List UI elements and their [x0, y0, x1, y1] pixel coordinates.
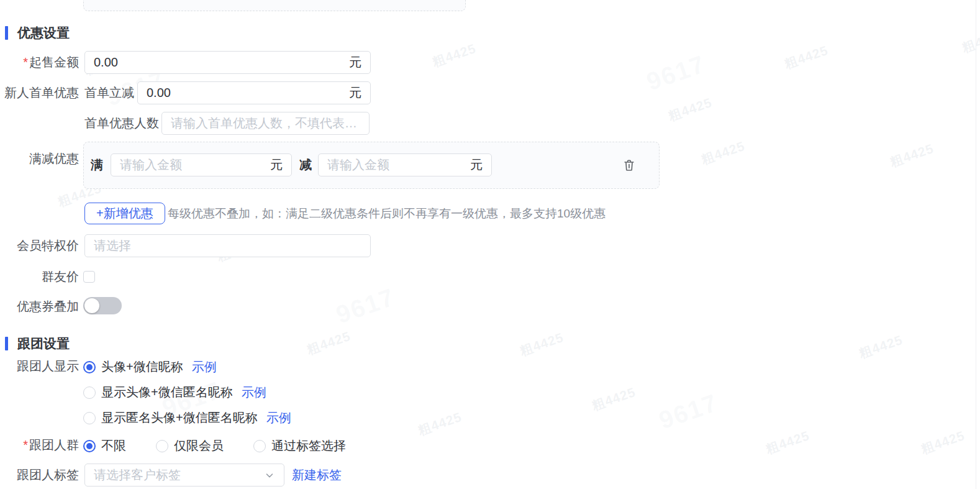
first-order-people-label: 首单优惠人数 — [84, 112, 159, 135]
first-order-people-placeholder: 请输入首单优惠人数，不填代表无限... — [171, 115, 360, 132]
option-text: 显示头像+微信匿名昵称 — [101, 384, 233, 401]
currency-unit: 元 — [265, 157, 283, 173]
reduce-amount-placeholder: 请输入金额 — [327, 157, 389, 173]
watermark-text: 粗4425 — [666, 94, 714, 125]
follower-display-option-1: 头像+微信昵称 示例 — [83, 359, 217, 375]
min-amount-input[interactable]: 0.00 元 — [84, 51, 371, 74]
coupon-stack-label: 优惠券叠加 — [0, 299, 79, 314]
radio-selected-icon[interactable] — [83, 440, 96, 452]
watermark-text-large: 9617 — [332, 283, 398, 329]
currency-unit: 元 — [465, 157, 483, 173]
radio-icon[interactable] — [83, 412, 96, 424]
first-order-reduce-value: 0.00 — [147, 86, 171, 100]
watermark-text: 粗4425 — [960, 25, 980, 57]
full-label: 满 — [91, 153, 103, 176]
follower-tag-label: 跟团人标签 — [0, 464, 79, 487]
radio-option[interactable]: 头像+微信昵称 — [83, 359, 183, 375]
section-title: 跟团设置 — [17, 335, 70, 352]
add-discount-hint: 每级优惠不叠加，如：满足二级优惠条件后则不再享有一级优惠，最多支持10级优惠 — [168, 203, 606, 224]
delete-tier-trash-icon[interactable] — [622, 158, 636, 172]
radio-option-by-tag[interactable]: 通过标签选择 — [253, 437, 346, 454]
option-text: 通过标签选择 — [271, 437, 346, 454]
watermark-text: 粗4425 — [856, 331, 905, 362]
watermark-text: 粗4425 — [304, 327, 353, 359]
reduce-amount-input[interactable]: 请输入金额 元 — [318, 153, 492, 176]
follower-tag-select[interactable]: 请选择客户标签 — [84, 464, 284, 487]
currency-unit: 元 — [344, 85, 361, 101]
follower-display-option-2: 显示头像+微信匿名昵称 示例 — [83, 384, 266, 401]
section-header-discount: 优惠设置 — [5, 24, 70, 42]
section-title: 优惠设置 — [17, 24, 70, 42]
member-price-placeholder: 请选择 — [94, 237, 131, 254]
group-friend-price-checkbox[interactable] — [83, 271, 95, 283]
coupon-stack-toggle[interactable] — [83, 297, 122, 314]
full-amount-input[interactable]: 请输入金额 元 — [111, 153, 292, 176]
follower-audience-options: 不限 仅限会员 通过标签选择 — [83, 437, 346, 454]
radio-selected-icon[interactable] — [83, 361, 96, 373]
watermark-text: 粗4425 — [430, 40, 478, 71]
toggle-knob — [84, 298, 99, 313]
watermark-text: 粗4425 — [782, 42, 830, 73]
radio-icon[interactable] — [253, 440, 266, 452]
new-tag-link[interactable]: 新建标签 — [292, 464, 342, 487]
follower-tag-placeholder: 请选择客户标签 — [94, 467, 181, 483]
radio-option-members-only[interactable]: 仅限会员 — [156, 437, 224, 454]
option-text: 头像+微信昵称 — [101, 359, 183, 375]
example-link[interactable]: 示例 — [242, 384, 266, 401]
chevron-down-icon — [264, 470, 275, 481]
first-order-people-input[interactable]: 请输入首单优惠人数，不填代表无限... — [161, 112, 370, 135]
radio-icon[interactable] — [156, 440, 168, 452]
min-amount-value: 0.00 — [94, 55, 118, 70]
option-text: 仅限会员 — [174, 437, 224, 454]
full-amount-placeholder: 请输入金额 — [120, 157, 182, 173]
example-link[interactable]: 示例 — [266, 409, 291, 426]
description-upload-area[interactable] — [83, 0, 466, 11]
example-link[interactable]: 示例 — [192, 359, 217, 375]
full-reduction-label: 满减优惠 — [0, 151, 79, 166]
group-buy-settings-form: 粗4425粗4425粗4425粗4425粗4425粗4425粗4425粗4425… — [0, 0, 980, 489]
newcomer-label: 新人首单优惠 — [0, 81, 79, 104]
watermark-text: 粗4425 — [699, 137, 747, 168]
scrollbar-track[interactable] — [976, 0, 976, 489]
first-order-reduce-input[interactable]: 0.00 元 — [137, 81, 371, 104]
required-mark: * — [23, 55, 28, 69]
watermark-text-large: 9617 — [643, 50, 709, 96]
watermark-text: 粗4425 — [517, 329, 566, 360]
watermark-text: 粗4425 — [763, 427, 812, 458]
watermark-text-large: 9617 — [655, 388, 721, 434]
follower-display-option-3: 显示匿名头像+微信匿名昵称 示例 — [83, 409, 291, 426]
member-price-select[interactable]: 请选择 — [84, 234, 371, 257]
follower-display-label: 跟团人显示 — [0, 359, 79, 373]
option-text: 不限 — [101, 437, 126, 454]
minus-label: 减 — [299, 153, 312, 176]
watermark-text: 粗4425 — [919, 427, 967, 458]
add-discount-tier-button[interactable]: +新增优惠 — [84, 203, 165, 224]
group-friend-price-label: 群友价 — [0, 270, 79, 283]
watermark-text: 粗4425 — [415, 408, 464, 439]
radio-option-unlimited[interactable]: 不限 — [83, 437, 126, 454]
required-mark: * — [23, 438, 28, 452]
section-bar — [5, 337, 8, 350]
member-price-label: 会员特权价 — [0, 234, 79, 257]
min-amount-label: *起售金额 — [0, 51, 79, 74]
radio-option[interactable]: 显示头像+微信匿名昵称 — [83, 384, 233, 401]
section-header-follow: 跟团设置 — [5, 335, 70, 352]
watermark-text: 粗4425 — [887, 140, 936, 171]
radio-icon[interactable] — [83, 386, 96, 399]
currency-unit: 元 — [344, 54, 361, 71]
follower-audience-label: *跟团人群 — [0, 438, 79, 452]
section-bar — [5, 26, 8, 40]
watermark-text: 粗4425 — [589, 383, 638, 414]
option-text: 显示匿名头像+微信匿名昵称 — [101, 409, 258, 426]
radio-option[interactable]: 显示匿名头像+微信匿名昵称 — [83, 409, 258, 426]
first-order-reduce-label: 首单立减 — [84, 81, 134, 104]
